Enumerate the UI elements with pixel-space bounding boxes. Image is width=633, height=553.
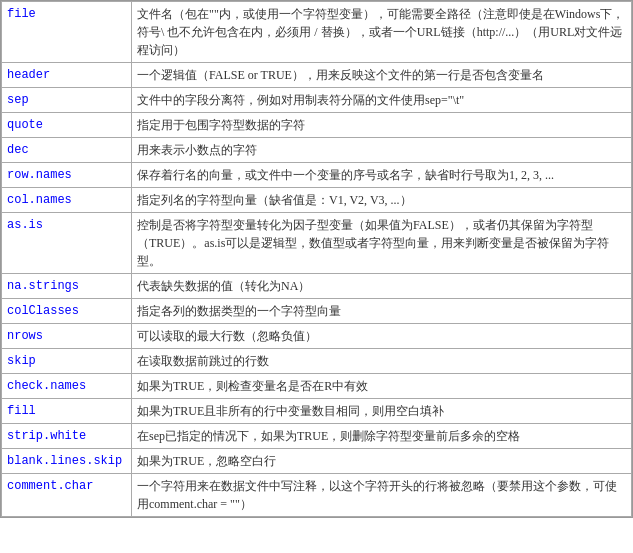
param-name: skip [2, 349, 132, 374]
table-row: header一个逻辑值（FALSE or TRUE），用来反映这个文件的第一行是… [2, 63, 632, 88]
param-desc: 指定列名的字符型向量（缺省值是：V1, V2, V3, ...） [132, 188, 632, 213]
param-desc: 保存着行名的向量，或文件中一个变量的序号或名字，缺省时行号取为1, 2, 3, … [132, 163, 632, 188]
param-desc: 一个字符用来在数据文件中写注释，以这个字符开头的行将被忽略（要禁用这个参数，可使… [132, 474, 632, 517]
table-row: as.is控制是否将字符型变量转化为因子型变量（如果值为FALSE），或者仍其保… [2, 213, 632, 274]
param-name: sep [2, 88, 132, 113]
param-name: comment.char [2, 474, 132, 517]
param-desc: 如果为TRUE，忽略空白行 [132, 449, 632, 474]
table-row: blank.lines.skip如果为TRUE，忽略空白行 [2, 449, 632, 474]
param-name: header [2, 63, 132, 88]
table-row: nrows可以读取的最大行数（忽略负值） [2, 324, 632, 349]
table-row: file文件名（包在""内，或使用一个字符型变量），可能需要全路径（注意即使是在… [2, 2, 632, 63]
table-row: comment.char一个字符用来在数据文件中写注释，以这个字符开头的行将被忽… [2, 474, 632, 517]
table-row: sep文件中的字段分离符，例如对用制表符分隔的文件使用sep="\t" [2, 88, 632, 113]
param-name: fill [2, 399, 132, 424]
param-desc: 如果为TRUE，则检查变量名是否在R中有效 [132, 374, 632, 399]
param-desc: 用来表示小数点的字符 [132, 138, 632, 163]
table-row: strip.white在sep已指定的情况下，如果为TRUE，则删除字符型变量前… [2, 424, 632, 449]
param-name: dec [2, 138, 132, 163]
param-desc: 控制是否将字符型变量转化为因子型变量（如果值为FALSE），或者仍其保留为字符型… [132, 213, 632, 274]
param-desc: 可以读取的最大行数（忽略负值） [132, 324, 632, 349]
param-desc: 文件中的字段分离符，例如对用制表符分隔的文件使用sep="\t" [132, 88, 632, 113]
param-name: quote [2, 113, 132, 138]
table-row: col.names指定列名的字符型向量（缺省值是：V1, V2, V3, ...… [2, 188, 632, 213]
param-desc: 指定用于包围字符型数据的字符 [132, 113, 632, 138]
table-row: row.names保存着行名的向量，或文件中一个变量的序号或名字，缺省时行号取为… [2, 163, 632, 188]
parameters-table: file文件名（包在""内，或使用一个字符型变量），可能需要全路径（注意即使是在… [0, 0, 633, 518]
param-name: check.names [2, 374, 132, 399]
table-row: skip在读取数据前跳过的行数 [2, 349, 632, 374]
param-name: colClasses [2, 299, 132, 324]
param-desc: 如果为TRUE且非所有的行中变量数目相同，则用空白填补 [132, 399, 632, 424]
param-name: file [2, 2, 132, 63]
param-desc: 文件名（包在""内，或使用一个字符型变量），可能需要全路径（注意即使是在Wind… [132, 2, 632, 63]
param-name: strip.white [2, 424, 132, 449]
param-desc: 一个逻辑值（FALSE or TRUE），用来反映这个文件的第一行是否包含变量名 [132, 63, 632, 88]
table-row: colClasses指定各列的数据类型的一个字符型向量 [2, 299, 632, 324]
param-name: nrows [2, 324, 132, 349]
param-name: col.names [2, 188, 132, 213]
param-name: row.names [2, 163, 132, 188]
param-name: blank.lines.skip [2, 449, 132, 474]
table-row: check.names如果为TRUE，则检查变量名是否在R中有效 [2, 374, 632, 399]
param-desc: 代表缺失数据的值（转化为NA） [132, 274, 632, 299]
table-row: quote指定用于包围字符型数据的字符 [2, 113, 632, 138]
table-row: na.strings代表缺失数据的值（转化为NA） [2, 274, 632, 299]
param-name: na.strings [2, 274, 132, 299]
param-desc: 在读取数据前跳过的行数 [132, 349, 632, 374]
table-row: dec用来表示小数点的字符 [2, 138, 632, 163]
param-desc: 在sep已指定的情况下，如果为TRUE，则删除字符型变量前后多余的空格 [132, 424, 632, 449]
param-desc: 指定各列的数据类型的一个字符型向量 [132, 299, 632, 324]
table-row: fill如果为TRUE且非所有的行中变量数目相同，则用空白填补 [2, 399, 632, 424]
param-name: as.is [2, 213, 132, 274]
